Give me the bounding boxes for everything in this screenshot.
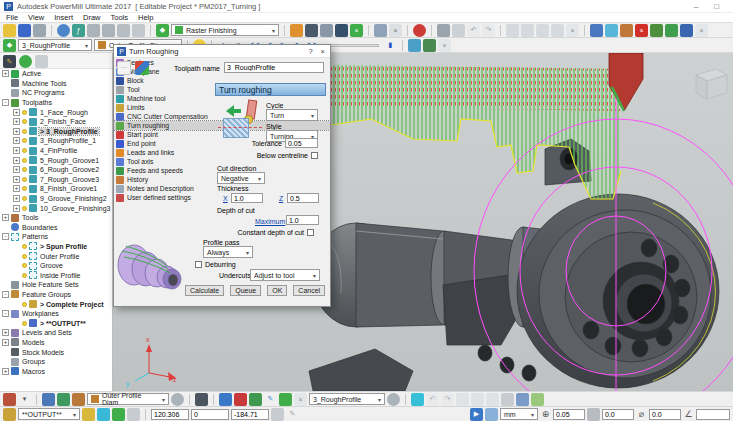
- workplane-combo[interactable]: **OUTPUT** ▾: [18, 408, 80, 420]
- copy-icon[interactable]: [521, 24, 534, 37]
- bulb-icon[interactable]: [22, 244, 27, 249]
- ok-button[interactable]: OK: [267, 285, 287, 296]
- menu-item[interactable]: Help: [138, 13, 153, 22]
- tree-item-pattern[interactable]: > Spun Profile: [0, 242, 112, 252]
- tolerance-input[interactable]: [285, 138, 318, 148]
- tree-item-feature-group[interactable]: > Complete Project: [0, 299, 112, 309]
- sim-close-icon[interactable]: ×: [438, 39, 451, 52]
- stop-icon[interactable]: [413, 24, 426, 37]
- annotation-icon[interactable]: [132, 24, 145, 37]
- bulb-icon[interactable]: [22, 110, 27, 115]
- expander-icon[interactable]: +: [13, 128, 20, 135]
- bulb-icon[interactable]: [22, 254, 27, 259]
- verify-icon[interactable]: ×: [350, 24, 363, 37]
- layers-blue-icon[interactable]: [516, 393, 529, 406]
- cycle-combo[interactable]: Turn▾: [266, 109, 318, 121]
- tree-item-toolpaths[interactable]: - Toolpaths: [0, 98, 112, 108]
- maximum-link[interactable]: Maximum: [255, 218, 285, 225]
- toolpath-strategies-icon[interactable]: ◆: [156, 24, 169, 37]
- tree-item-toolpath[interactable]: + 2_Finish_Face: [0, 117, 112, 127]
- tolerance-field[interactable]: [553, 409, 585, 420]
- expander-icon[interactable]: +: [13, 157, 20, 164]
- diameter-field[interactable]: [649, 409, 681, 420]
- expander-icon[interactable]: +: [2, 339, 9, 346]
- active-toolpath-combo[interactable]: 3_RoughProfile ▾: [18, 39, 92, 51]
- machine-icon[interactable]: [195, 393, 208, 406]
- tree-item-hole-feature-sets[interactable]: Hole Feature Sets: [0, 280, 112, 290]
- coord-y-field[interactable]: [191, 409, 229, 420]
- undo-icon[interactable]: ↶: [467, 24, 480, 37]
- tree-item-nc-programs[interactable]: NC Programs: [0, 88, 112, 98]
- below-centreline-checkbox[interactable]: [311, 152, 318, 159]
- draw-tool-icon[interactable]: [234, 393, 247, 406]
- toolpath-toggle-icon[interactable]: [279, 393, 292, 406]
- point-distribution-icon[interactable]: [590, 24, 603, 37]
- draw-toolpath-icon[interactable]: [219, 393, 232, 406]
- help-button[interactable]: ?: [308, 47, 312, 56]
- tool-world-icon[interactable]: [171, 393, 184, 406]
- calculate-button[interactable]: Calculate: [185, 285, 224, 296]
- expander-icon[interactable]: -: [2, 233, 9, 240]
- hatch-icon[interactable]: [485, 408, 498, 421]
- profile-pass-combo[interactable]: Always▾: [203, 246, 253, 258]
- list-close-icon[interactable]: ×: [566, 24, 579, 37]
- expander-icon[interactable]: +: [2, 70, 9, 77]
- tree-item-toolpath[interactable]: + 3_RoughProfile_1: [0, 136, 112, 146]
- tree-item-levels-and-sets[interactable]: + Levels and Sets: [0, 328, 112, 338]
- zlevel-icon[interactable]: [305, 24, 318, 37]
- cancel-button[interactable]: Cancel: [293, 285, 325, 296]
- expander-icon[interactable]: +: [13, 195, 20, 202]
- bulb-icon[interactable]: [22, 196, 27, 201]
- redo-icon[interactable]: ↷: [441, 393, 454, 406]
- menu-item[interactable]: Tools: [111, 13, 129, 22]
- wp-align-icon[interactable]: [112, 408, 125, 421]
- units-combo[interactable]: mm ▾: [500, 408, 538, 420]
- expander-icon[interactable]: -: [2, 291, 9, 298]
- viewmill-icon[interactable]: [665, 24, 678, 37]
- toolpath-close-icon[interactable]: ×: [294, 393, 307, 406]
- transform-icon[interactable]: [87, 24, 100, 37]
- open-icon[interactable]: [3, 24, 16, 37]
- tree-item-groups[interactable]: Groups: [0, 357, 112, 367]
- draw-block-icon[interactable]: [249, 393, 262, 406]
- tree-item-toolpath[interactable]: + 1_Face_Rough: [0, 107, 112, 117]
- expander-icon[interactable]: +: [13, 185, 20, 192]
- minimize-button[interactable]: –: [694, 2, 698, 11]
- deburring-checkbox[interactable]: [195, 261, 202, 268]
- docs-icon[interactable]: [680, 24, 693, 37]
- block-form-icon[interactable]: [3, 393, 16, 406]
- queue-button[interactable]: Queue: [230, 285, 261, 296]
- view-sphere-icon[interactable]: [57, 24, 70, 37]
- bulb-icon[interactable]: [22, 206, 27, 211]
- view-cube-icon[interactable]: [696, 69, 727, 99]
- menu-item[interactable]: Draw: [83, 13, 101, 22]
- bulb-icon[interactable]: [22, 302, 27, 307]
- menu-item[interactable]: View: [28, 13, 44, 22]
- tree-item-toolpath[interactable]: + 10_Groove_Finishing3: [0, 203, 112, 213]
- thickness-x-input[interactable]: [231, 193, 263, 203]
- tree-item-pattern[interactable]: Outer Profile: [0, 251, 112, 261]
- tree-item-toolpath[interactable]: + 4_FinProfile: [0, 146, 112, 156]
- undercuts-combo[interactable]: Adjust to tool▾: [250, 269, 320, 281]
- clipboard-icon[interactable]: [452, 24, 465, 37]
- bulb-icon[interactable]: [22, 273, 27, 278]
- coord-x-field[interactable]: [151, 409, 189, 420]
- strategy-combo[interactable]: Raster Finishing ▾: [171, 24, 279, 36]
- bulb-icon[interactable]: [22, 119, 27, 124]
- angle-field[interactable]: [696, 409, 730, 420]
- tree-item-toolpath[interactable]: + 6_Rough_Groove2: [0, 165, 112, 175]
- expander-icon[interactable]: +: [13, 176, 20, 183]
- bulb-icon[interactable]: [22, 167, 27, 172]
- simulation-mode-icon[interactable]: [423, 39, 436, 52]
- thickness-z-link[interactable]: Z: [279, 195, 283, 202]
- curve-editor-icon[interactable]: [117, 24, 130, 37]
- tree-item-boundaries[interactable]: Boundaries: [0, 223, 112, 233]
- expander-icon[interactable]: +: [13, 109, 20, 116]
- expander-icon[interactable]: +: [13, 205, 20, 212]
- grid-icon[interactable]: [551, 24, 564, 37]
- copy-icon[interactable]: [456, 393, 469, 406]
- thumbnail-close-icon[interactable]: ×: [389, 24, 402, 37]
- expander-icon[interactable]: +: [2, 368, 9, 375]
- block-toggle-icon[interactable]: [35, 55, 48, 68]
- close-icon[interactable]: ×: [321, 47, 325, 56]
